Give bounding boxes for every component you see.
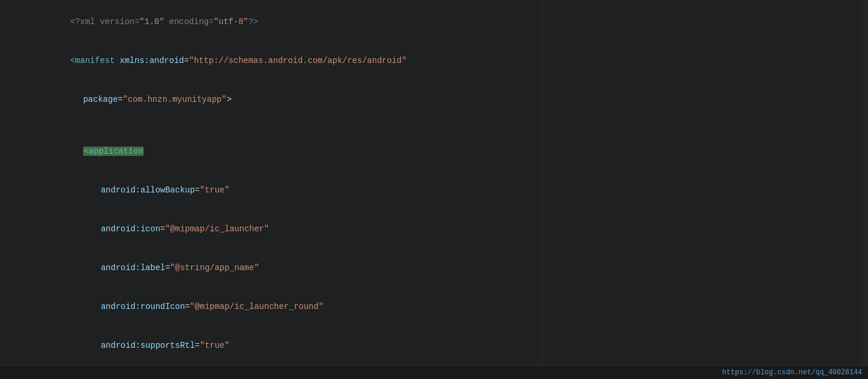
code-line-1: <?xml version="1.0" encoding="utf-8"?> [0,2,868,41]
code-line-10: android:supportsRtl="true" [0,326,868,365]
code-line-9: android:roundIcon="@mipmap/ic_launcher_r… [0,287,868,326]
code-line-7: android:icon="@mipmap/ic_launcher" [0,210,868,248]
code-line-5: <application [0,132,868,171]
code-area: <?xml version="1.0" encoding="utf-8"?> <… [0,0,868,379]
code-line-2: <manifest xmlns:android="http://schemas.… [0,41,868,80]
scrollbar[interactable] [861,0,868,365]
status-url[interactable]: https://blog.csdn.net/qq_40028144 [722,368,862,377]
code-line-8: android:label="@string/app_name" [0,248,868,287]
status-bar: https://blog.csdn.net/qq_40028144 [0,365,868,379]
editor-container: <?xml version="1.0" encoding="utf-8"?> <… [0,0,868,379]
code-line-6: android:allowBackup="true" [0,171,868,210]
code-line-4 [0,119,868,132]
divider [542,0,542,365]
code-line-3: package="com.hnzn.myunityapp"> [0,80,868,119]
